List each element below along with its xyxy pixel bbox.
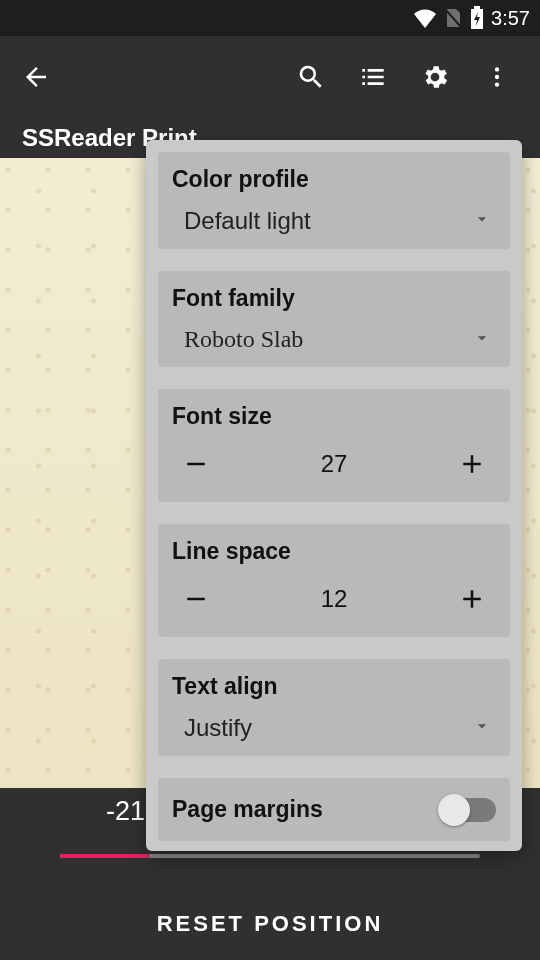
page-margins-label: Page margins: [172, 796, 323, 823]
status-time: 3:57: [491, 7, 530, 30]
font-size-decrease-button[interactable]: [172, 440, 220, 488]
toc-button[interactable]: [342, 46, 404, 108]
app-bar: [0, 36, 540, 118]
svg-point-3: [495, 75, 499, 79]
search-button[interactable]: [280, 46, 342, 108]
font-family-select[interactable]: Roboto Slab: [172, 326, 496, 353]
color-profile-value: Default light: [184, 207, 311, 235]
svg-point-2: [495, 67, 499, 71]
font-family-value: Roboto Slab: [184, 326, 303, 353]
progress-fill: [60, 854, 150, 858]
line-space-card: Line space 12: [158, 524, 510, 637]
line-space-decrease-button[interactable]: [172, 575, 220, 623]
no-sim-icon: [443, 7, 463, 29]
display-settings-popover: Color profile Default light Font family …: [146, 140, 522, 851]
text-align-value: Justify: [184, 714, 252, 742]
color-profile-select[interactable]: Default light: [172, 207, 496, 235]
status-bar: 3:57: [0, 0, 540, 36]
line-space-value: 12: [321, 585, 348, 613]
battery-charging-icon: [469, 6, 485, 30]
page-margins-toggle[interactable]: [440, 798, 496, 822]
color-profile-label: Color profile: [172, 166, 496, 193]
font-size-label: Font size: [172, 403, 496, 430]
line-space-label: Line space: [172, 538, 496, 565]
font-size-increase-button[interactable]: [448, 440, 496, 488]
settings-button[interactable]: [404, 46, 466, 108]
font-size-card: Font size 27: [158, 389, 510, 502]
font-family-card: Font family Roboto Slab: [158, 271, 510, 367]
color-profile-card: Color profile Default light: [158, 152, 510, 249]
back-button[interactable]: [12, 53, 60, 101]
text-align-label: Text align: [172, 673, 496, 700]
reset-position-button[interactable]: RESET POSITION: [0, 888, 540, 960]
wifi-icon: [413, 8, 437, 28]
font-size-value: 27: [321, 450, 348, 478]
text-align-select[interactable]: Justify: [172, 714, 496, 742]
text-align-card: Text align Justify: [158, 659, 510, 756]
svg-point-4: [495, 82, 499, 86]
line-space-increase-button[interactable]: [448, 575, 496, 623]
overflow-menu-button[interactable]: [466, 46, 528, 108]
svg-rect-1: [474, 6, 480, 9]
page-margins-card: Page margins: [158, 778, 510, 841]
font-family-label: Font family: [172, 285, 496, 312]
dropdown-icon: [472, 716, 492, 740]
dropdown-icon: [472, 328, 492, 352]
dropdown-icon: [472, 209, 492, 233]
progress-position-label: -21: [106, 796, 145, 827]
